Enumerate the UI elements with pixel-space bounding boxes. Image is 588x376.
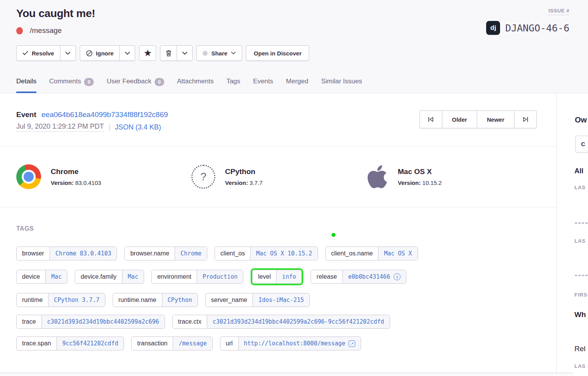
tag-pill-release[interactable]: releasee0b0bc431466i: [311, 270, 406, 284]
open-in-discover-button[interactable]: Open in Discover: [246, 45, 309, 61]
tab-details[interactable]: Details: [16, 76, 36, 93]
sidebar-release-fragment: Rel: [574, 345, 586, 353]
tag-value[interactable]: CPython: [162, 293, 198, 307]
latest-event-button[interactable]: [514, 110, 537, 128]
event-json-link[interactable]: JSON (3.4 KB): [115, 123, 161, 131]
tag-value[interactable]: Chrome 83.0.4103: [50, 247, 117, 260]
tag-pill-browser[interactable]: browserChrome 83.0.4103: [16, 247, 117, 260]
newer-event-button[interactable]: Newer: [477, 110, 514, 128]
issue-sidebar: Ow C All LAS LAS FIRS Wh Rel LAS: [557, 93, 588, 376]
tab-comments[interactable]: Comments0: [49, 76, 94, 93]
tag-pill-client-os[interactable]: client_osMac OS X 10.15.2: [215, 247, 318, 260]
tab-user-feedback[interactable]: User Feedback0: [107, 76, 164, 93]
tag-value[interactable]: http://localhost:8000/message↗: [238, 337, 361, 350]
tags-heading: TAGS: [16, 225, 540, 232]
tag-value[interactable]: Chrome: [175, 247, 207, 260]
ignore-dropdown-button[interactable]: [119, 45, 135, 61]
resolve-button[interactable]: Resolve: [16, 45, 60, 61]
tag-row: runtimeCPython 3.7.7 runtime.nameCPython…: [16, 293, 540, 307]
tag-pill-browser-name[interactable]: browser.nameChrome: [124, 247, 207, 260]
ignore-button-label: Ignore: [96, 50, 114, 57]
sidebar-button[interactable]: C: [575, 136, 588, 152]
share-button[interactable]: Share: [196, 45, 242, 61]
delete-dropdown-button[interactable]: [177, 45, 193, 61]
tag-pill-trace-ctx[interactable]: trace.ctxc3021d393d234d19bbc4402599a2c69…: [172, 315, 390, 329]
trash-icon: [166, 50, 172, 57]
tag-value[interactable]: 9cc56f421202cdfd: [57, 337, 124, 350]
ignore-button[interactable]: Ignore: [80, 45, 120, 61]
runtime-name: CPython: [225, 167, 263, 176]
event-pagination: Older Newer: [420, 110, 537, 128]
tag-key: environment: [152, 270, 197, 283]
issue-header-right: ISSUE # dj DJANGO-46-6: [486, 6, 569, 76]
ignore-button-group: Ignore: [80, 45, 136, 61]
tag-key: browser: [17, 247, 50, 260]
tag-key: client_os: [215, 247, 250, 260]
tag-key: release: [311, 270, 342, 283]
tab-attachments[interactable]: Attachments: [177, 76, 214, 93]
tag-pill-runtime-name[interactable]: runtime.nameCPython: [113, 293, 198, 307]
tag-value[interactable]: info: [276, 270, 301, 283]
tag-value[interactable]: Mac OS X 10.15.2: [250, 247, 318, 260]
tag-pill-transaction[interactable]: transaction/message: [131, 336, 213, 350]
os-name: Mac OS X: [398, 167, 442, 176]
unknown-runtime-icon: ?: [191, 165, 215, 189]
tag-key: device.family: [75, 270, 122, 283]
tag-pill-runtime[interactable]: runtimeCPython 3.7.7: [16, 293, 105, 307]
tag-pill-server-name[interactable]: server_nameIdos-iMac-215: [205, 293, 310, 307]
chevron-down-icon: [65, 52, 70, 55]
tag-value[interactable]: CPython 3.7.7: [48, 293, 105, 307]
tab-label: Merged: [286, 78, 308, 85]
tag-pill-trace-span[interactable]: trace.span9cc56f421202cdfd: [16, 336, 124, 350]
tag-pill-device[interactable]: deviceMac: [16, 270, 67, 284]
tab-tags[interactable]: Tags: [226, 76, 240, 93]
project-django-icon: dj: [486, 21, 500, 35]
tag-key: browser.name: [125, 247, 175, 260]
release-info-icon[interactable]: i: [394, 273, 401, 280]
tag-value[interactable]: Mac: [45, 270, 67, 283]
tag-pill-device-family[interactable]: device.familyMac: [75, 270, 144, 284]
tag-value[interactable]: e0b0bc431466i: [342, 270, 406, 283]
tag-value[interactable]: c3021d393d234d19bbc4402599a2c696: [41, 315, 165, 328]
sidebar-first-seen-label: FIRS: [574, 292, 588, 298]
tag-value[interactable]: Production: [197, 270, 243, 283]
sidebar-last-label: LAS: [574, 363, 586, 369]
tab-label: Events: [253, 78, 273, 85]
external-link-icon[interactable]: ↗: [349, 340, 355, 347]
tab-merged[interactable]: Merged: [286, 76, 308, 93]
feedback-count-badge: 0: [155, 78, 164, 86]
issue-details-page: You caught me! /message Resolve: [0, 0, 588, 376]
runtime-version: Version: 3.7.7: [225, 179, 263, 186]
tab-label: Details: [16, 78, 36, 85]
chevron-down-icon: [125, 52, 130, 55]
issue-header-left: You caught me! /message Resolve: [16, 6, 309, 76]
os-context-text: Mac OS X Version: 10.15.2: [398, 167, 442, 186]
runtime-context: ? CPython Version: 3.7.7: [191, 165, 366, 189]
tab-similar-issues[interactable]: Similar Issues: [321, 76, 362, 93]
event-info: Event eea064b618ea4099b7334f88f192c869 J…: [16, 110, 168, 146]
sidebar-all-label: All: [574, 167, 583, 175]
sidebar-placeholder-dash: [575, 275, 588, 276]
tag-pill-url[interactable]: urlhttp://localhost:8000/message↗: [220, 336, 361, 350]
bookmark-star-button[interactable]: ★: [139, 45, 156, 61]
tag-pill-level[interactable]: levelinfo: [252, 270, 302, 284]
tag-pill-environment[interactable]: environmentProduction: [151, 270, 243, 284]
tag-value[interactable]: c3021d393d234d19bbc4402599a2c696-9cc56f4…: [207, 315, 390, 328]
tag-pill-client-os-name[interactable]: client_os.nameMac OS X: [325, 247, 418, 260]
sidebar-placeholder-dash: [575, 222, 588, 224]
tag-value[interactable]: /message: [173, 337, 212, 350]
oldest-event-button[interactable]: [420, 110, 442, 128]
tag-value[interactable]: Idos-iMac-215: [253, 293, 309, 307]
tag-value[interactable]: Mac: [122, 270, 144, 283]
action-toolbar: Resolve Ignore ★: [16, 45, 309, 61]
delete-button[interactable]: [160, 45, 177, 61]
resolve-dropdown-button[interactable]: [60, 45, 76, 61]
older-event-button[interactable]: Older: [442, 110, 477, 128]
tag-pill-trace[interactable]: tracec3021d393d234d19bbc4402599a2c696: [16, 315, 165, 329]
event-id-link[interactable]: eea064b618ea4099b7334f88f192c869: [41, 110, 168, 119]
tag-value[interactable]: Mac OS X: [378, 247, 417, 260]
tag-key: url: [220, 337, 238, 350]
tag-key: trace.ctx: [173, 315, 207, 328]
tab-events[interactable]: Events: [253, 76, 273, 93]
event-toolbar: Event eea064b618ea4099b7334f88f192c869 J…: [0, 93, 556, 147]
